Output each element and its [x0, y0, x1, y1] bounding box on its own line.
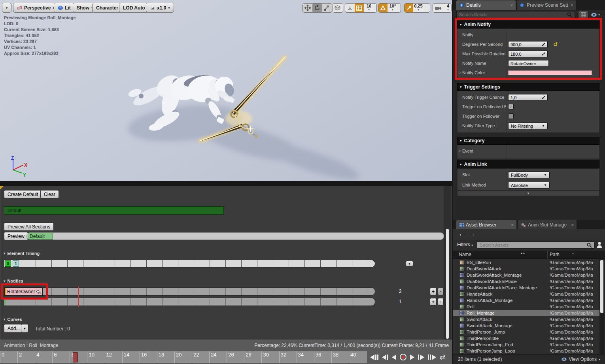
add-curve-dropdown[interactable]: ▼ [21, 324, 28, 333]
frame-ruler[interactable]: 0246810121416182022242628303234363840 [0, 351, 367, 363]
montage-scrollbar-track[interactable] [444, 186, 452, 339]
notify-track-1[interactable]: RotateOwner [4, 287, 375, 296]
timing-element-1[interactable]: 1 [13, 260, 19, 267]
play-forward-button[interactable] [410, 355, 414, 360]
create-default-button[interactable]: Create Default [4, 190, 42, 198]
tab-preview-scene-settings[interactable]: i Preview Scene Sett × [517, 0, 576, 10]
trigger-settings-section-header[interactable]: ▾Trigger Settings [457, 83, 599, 91]
forward-arrow-icon[interactable]: → [469, 230, 475, 238]
category-section-header[interactable]: ▾Category [457, 137, 599, 145]
notify-event-rotateowner[interactable]: RotateOwner [4, 287, 43, 296]
asset-row[interactable]: HandsAttack_Montage /Game/DemoMap/Ma [453, 297, 599, 304]
property-matrix-button[interactable] [578, 11, 588, 19]
asset-row[interactable]: ThirdPersonIdle /Game/DemoMap/Ma [453, 335, 599, 341]
preview-all-sections-button[interactable]: Preview All Sections [4, 223, 54, 231]
coordinate-system-button[interactable] [333, 3, 343, 13]
montage-scrollbar-thumb[interactable] [446, 229, 449, 339]
timing-options-dropdown[interactable]: ▼ [406, 261, 413, 266]
link-method-dropdown[interactable]: Absolute▼ [508, 182, 550, 189]
tab-asset-browser[interactable]: Asset Browser × [456, 220, 516, 230]
3d-viewport[interactable]: ▾ Perspective▾ Lit▾ Show▾ Character▾ LOD… [0, 0, 452, 181]
asset-scrollbar-thumb[interactable] [600, 260, 603, 313]
reset-to-default-icon[interactable]: ↺ [553, 41, 558, 47]
track1-remove-lane-button[interactable]: - [438, 288, 444, 295]
notify-trigger-chance-input[interactable]: 1,0 [508, 94, 548, 101]
degrees-per-second-input[interactable]: 900,0 [508, 41, 548, 48]
clear-button[interactable]: Clear [40, 190, 59, 198]
asset-row[interactable]: HandsAttack /Game/DemoMap/Ma [453, 291, 599, 297]
scale-snap-value[interactable]: 0,25▾ [413, 4, 424, 12]
track1-add-lane-button[interactable]: + [430, 288, 437, 295]
play-reverse-button[interactable] [392, 355, 396, 360]
playback-speed-button[interactable]: x1,0▾ [146, 3, 174, 13]
tab-anim-slot-manager[interactable]: Anim Slot Manage × [518, 220, 577, 230]
anim-link-section-header[interactable]: ▾Anim Link [457, 160, 599, 168]
scale-snap-toggle[interactable] [405, 4, 413, 12]
record-button[interactable] [400, 354, 406, 360]
asset-row[interactable]: DualSwordAttackInPlace /Game/DemoMap/Ma [453, 278, 599, 285]
scale-tool-button[interactable] [322, 4, 331, 12]
max-possible-rotation-input[interactable]: 180,0 [508, 51, 548, 57]
anim-notify-section-header[interactable]: ▾Anim Notify [457, 21, 599, 28]
to-front-button[interactable] [370, 355, 378, 360]
element-timing-track[interactable]: 0 1 [4, 260, 375, 268]
notify-name-input[interactable]: RotateOwner [508, 60, 549, 67]
preview-button[interactable]: Preview [4, 232, 28, 240]
notify-track-2[interactable] [4, 298, 375, 306]
rotate-tool-button[interactable] [312, 4, 322, 12]
back-arrow-icon[interactable]: ← [459, 230, 465, 238]
preview-sections-bar[interactable]: Default [26, 232, 444, 240]
view-options-button[interactable]: View Options ▾ [561, 356, 601, 362]
perspective-button[interactable]: Perspective▾ [13, 3, 59, 13]
axis-widget-button[interactable] [345, 4, 355, 12]
tab-details[interactable]: i Details × [456, 0, 516, 10]
close-icon[interactable]: × [511, 223, 514, 227]
step-forward-button[interactable] [418, 355, 424, 360]
trigger-on-dedicated-server-checkbox[interactable]: ✓ [508, 104, 514, 109]
display-options-button[interactable]: ▾ [591, 11, 603, 19]
rotation-snap-toggle[interactable] [378, 4, 388, 12]
loop-button[interactable]: ⇄ [440, 353, 445, 361]
asset-row[interactable]: Roll /Game/DemoMap/Ma [453, 304, 599, 310]
asset-row[interactable]: SwordAttack /Game/DemoMap/Ma [453, 316, 599, 323]
to-end-button[interactable] [428, 355, 436, 360]
asset-row[interactable]: ThirdPersonJump_End /Game/DemoMap/Ma [453, 341, 599, 348]
filters-button[interactable]: Filters ▾ [457, 242, 473, 247]
notify-filter-type-dropdown[interactable]: No Filtering▼ [508, 123, 548, 129]
translate-tool-button[interactable] [303, 4, 312, 12]
asset-row[interactable]: ThirdPersonJump_Loop /Game/DemoMap/Ma [453, 348, 599, 354]
search-assets-input[interactable] [477, 241, 595, 249]
asset-row[interactable]: DualSwordAttack /Game/DemoMap/Ma [453, 266, 599, 272]
grid-snap-value[interactable]: 10▾ [364, 4, 374, 12]
trigger-on-follower-checkbox[interactable] [508, 113, 514, 119]
track2-remove-lane-button[interactable]: - [438, 298, 444, 306]
viewport-options-button[interactable]: ▾ [2, 3, 11, 13]
slot-dropdown[interactable]: FullBody▼ [508, 172, 550, 178]
notifies-header[interactable]: ▾Notifies [4, 279, 23, 283]
preview-section-chip[interactable]: Default [28, 233, 53, 240]
camera-speed-value[interactable]: 4▾ [443, 4, 452, 12]
column-header-path[interactable]: Path [550, 252, 560, 257]
asset-row[interactable]: ThirdPerson_Jump /Game/DemoMap/Ma [453, 329, 599, 335]
montage-section-bar[interactable]: Default [4, 206, 224, 215]
asset-row[interactable]: DualSwordAttackInPlace_Montage /Game/Dem… [453, 285, 599, 291]
notify-color-swatch[interactable] [508, 70, 592, 75]
column-header-name[interactable]: Name [459, 252, 471, 257]
expander-right-icon[interactable]: ▷ [459, 71, 461, 74]
asset-row[interactable]: DualSwordAttack_Montage /Game/DemoMap/Ma [453, 272, 599, 278]
track2-add-lane-button[interactable]: + [430, 298, 437, 306]
close-icon[interactable]: × [510, 3, 513, 8]
timeline-playhead-handle[interactable] [73, 352, 78, 362]
search-details-input[interactable] [456, 11, 575, 18]
saved-search-user-icon[interactable] [597, 241, 602, 248]
close-icon[interactable]: × [571, 3, 573, 8]
curves-header[interactable]: ▾Curves [4, 317, 22, 322]
step-back-button[interactable] [382, 355, 388, 360]
timing-element-0[interactable]: 0 [5, 260, 11, 267]
add-curve-button[interactable]: Add... [4, 324, 23, 333]
details-expander-bar[interactable]: ▼ [457, 190, 599, 196]
asset-row[interactable]: Roll_Montage /Game/DemoMap/Ma [453, 310, 599, 316]
element-timing-header[interactable]: ▾Element Timing [4, 251, 40, 256]
asset-scrollbar-track[interactable] [599, 259, 604, 354]
grid-snap-toggle[interactable] [355, 4, 364, 12]
